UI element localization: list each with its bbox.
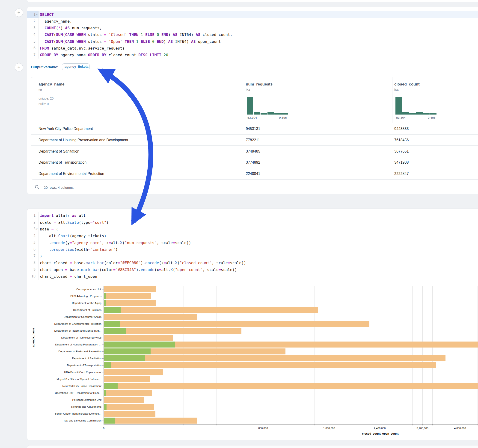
line-number: 3 [27,25,36,31]
code-line[interactable]: 3 COUNT(*) AS num_requests, [27,25,478,31]
table-cell: Department of Transportation [38,160,87,165]
line-gutter: 7 [27,52,38,58]
output-row-divider [27,71,478,71]
table-footer-summary: 20 rows, 4 columns [44,186,74,189]
line-gutter: 2 [27,18,38,25]
table-cell: 9443533 [394,127,409,131]
code-line[interactable]: 2scale = alt.Scale(type="sqrt") [27,219,478,226]
col-type: i64 [246,88,250,92]
table-row[interactable]: Department of Environmental Protection22… [31,168,478,180]
line-number: 2 [27,18,36,25]
col-type: str [38,88,42,92]
col-header-num-requests[interactable]: num_requests [246,82,273,87]
code-text: base = ( [40,226,58,232]
line-number: 5 [27,239,36,246]
code-line[interactable]: 5 .encode(y="agency_name", x=alt.X("num_… [27,239,478,246]
line-number: 3 [27,226,36,232]
table-cell: Department of Environmental Protection [38,172,104,176]
code-text: .encode(y="agency_name", x=alt.X("num_re… [40,239,191,246]
line-gutter: 10 [27,273,38,280]
code-text: ) [40,253,42,260]
add-cell-button-output[interactable]: + [15,63,23,71]
hist-bin [416,112,423,115]
line-number: 2 [27,219,36,226]
line-gutter: 7 [27,253,38,260]
code-text: import altair as alt [40,212,86,219]
next-cell-edge [27,445,478,448]
line-gutter: 4 [27,232,38,239]
code-text: chart_open = base.mark_bar(color="#8BC34… [40,266,237,273]
table-cell: 7618456 [394,138,409,142]
hist-bin [409,113,416,115]
add-cell-button-top[interactable]: + [15,8,23,17]
hist-bin [423,113,430,115]
text-cursor [56,13,57,17]
col-header-agency-name[interactable]: agency_name [38,82,64,87]
python-editor[interactable]: 1import altair as alt2scale = alt.Scale(… [27,212,478,280]
column-separator [243,77,243,123]
table-row[interactable]: Department of Sanitation37494853677651 [31,145,478,157]
code-line[interactable]: 7GROUP BY agency_name ORDER BY closed_co… [27,52,478,58]
fold-caret-icon[interactable]: ∨ [36,226,38,232]
code-line[interactable]: 5 CAST(SUM(CASE WHEN status = 'Open' THE… [27,38,478,45]
hist-bin [247,97,253,115]
table-cell: 7782211 [246,138,260,142]
line-gutter: 9 [27,266,38,273]
line-number: 6 [27,246,36,253]
code-text: SELECT [40,11,56,18]
sql-cell-card: 1∨SELECT 2 agency_name,3 COUNT(*) AS num… [27,7,478,194]
line-number: 8 [27,260,36,266]
code-text: GROUP BY agency_name ORDER BY closed_cou… [40,52,168,58]
code-line[interactable]: 4 CAST(SUM(CASE WHEN status = 'Closed' T… [27,31,478,38]
table-cell: 3749485 [246,149,260,154]
table-cell: Department of Sanitation [38,149,79,154]
hist-bin [261,113,267,115]
code-text: chart_closed = base.mark_bar(color="#FFC… [40,260,246,266]
table-cell: 3677651 [394,149,409,154]
sql-editor[interactable]: 1∨SELECT 2 agency_name,3 COUNT(*) AS num… [27,11,478,59]
line-number: 5 [27,38,36,45]
search-icon[interactable] [35,185,39,189]
table-row[interactable]: New York City Police Department945313194… [31,123,478,135]
col-header-closed-count[interactable]: closed_count [394,82,420,87]
code-line[interactable]: 7) [27,253,478,260]
table-cell: Department of Housing Preservation and D… [38,138,128,142]
line-number: 4 [27,31,36,38]
code-line[interactable]: 8chart_closed = base.mark_bar(color="#FF… [27,260,478,266]
hist-max-label: 9.4e6 [428,116,436,119]
line-number: 1 [27,11,36,18]
line-gutter: 5 [27,239,38,246]
code-line[interactable]: 3∨base = ( [27,226,478,232]
table-row[interactable]: Department of Transportation377489234719… [31,157,478,168]
code-line[interactable]: 1import altair as alt [27,212,478,219]
fold-caret-icon[interactable]: ∨ [36,11,38,18]
code-text: alt.Chart(agency_tickets) [40,232,106,239]
hist-bin [267,112,274,115]
line-gutter: 3 [27,25,38,31]
col-meta-unique: unique: 20 [38,96,53,101]
code-line[interactable]: 10chart_closed + chart_open [27,273,478,280]
col-type: i64 [394,88,399,92]
code-line[interactable]: 6FROM sample_data.nyc.service_requests [27,45,478,52]
hist-bin [281,113,288,115]
line-number: 1 [27,212,36,219]
column-separator [392,77,392,123]
table-row[interactable]: Department of Housing Preservation and D… [31,134,478,146]
line-number: 9 [27,266,36,273]
hist-max-label: 9.5e6 [279,116,287,119]
hist-bin [396,97,402,115]
gutter-separator [38,11,39,59]
table-cell: New York City Police Department [38,127,93,131]
code-line[interactable]: 9chart_open = base.mark_bar(color="#8BC3… [27,266,478,273]
notebook-page: + + 1∨SELECT 2 agency_name,3 COUNT(*) AS… [0,0,478,448]
code-line[interactable]: 2 agency_name, [27,18,478,25]
table-cell: 9453131 [246,127,260,131]
code-line[interactable]: 6 .properties(width="container") [27,246,478,253]
line-gutter: 4 [27,31,38,38]
code-line[interactable]: 1∨SELECT [27,11,478,18]
output-variable-pill[interactable]: agency_tickets [62,63,90,70]
code-text: CAST(SUM(CASE WHEN status = 'Closed' THE… [40,31,233,38]
line-gutter: 1 [27,212,38,219]
code-line[interactable]: 4 alt.Chart(agency_tickets) [27,232,478,239]
hist-bin [430,113,436,115]
